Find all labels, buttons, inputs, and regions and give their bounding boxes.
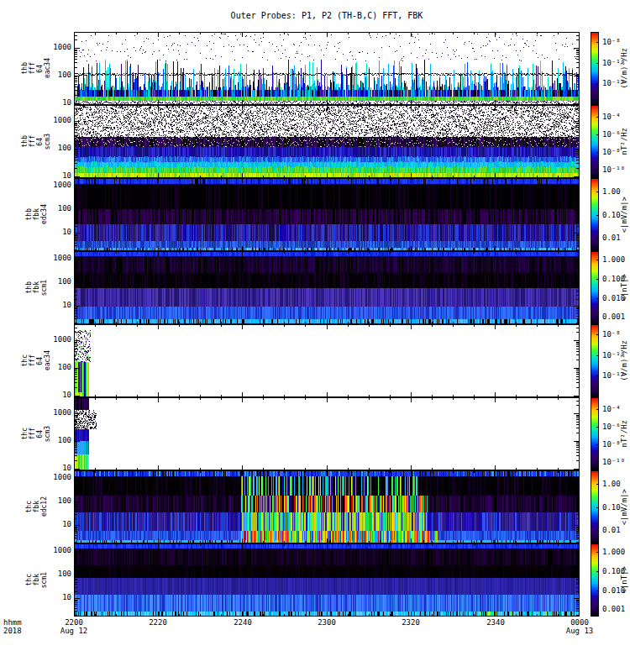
chart-title: Outer Probes: P1, P2 (TH-B,C) FFT, FBK xyxy=(74,11,580,20)
y-tick-label: 10 xyxy=(45,228,71,236)
y-tick-label: 1000 xyxy=(45,547,71,554)
panel-thc-fbk-scm1: thc fbk scm1 1000 100 10 1.000 0.100 0.0… xyxy=(0,543,630,617)
y-axis-label-line: fff xyxy=(29,135,36,147)
y-tick-label: 1000 xyxy=(45,409,71,417)
y-axis-label-line: thb xyxy=(21,135,29,147)
y-axis-label: thc fbk scm1 xyxy=(18,543,54,617)
panel-thc-fbk-edc12: thc fbk edc12 1000 100 10 1.00 0.10 0.01… xyxy=(0,470,630,543)
spectrogram-figure: Outer Probes: P1, P2 (TH-B,C) FFT, FBK t… xyxy=(0,0,630,672)
colorbar xyxy=(591,324,599,397)
spectrogram-canvas xyxy=(74,105,580,178)
end-date-label: Aug 13 xyxy=(554,627,605,635)
y-axis-label-line: 64 xyxy=(36,65,44,73)
y-tick-label: 100 xyxy=(45,71,71,79)
colorbar xyxy=(591,470,599,543)
spectrogram-canvas xyxy=(74,251,580,324)
y-tick-label: 1000 xyxy=(45,181,71,189)
y-tick-label: 100 xyxy=(45,205,71,213)
y-tick-label: 100 xyxy=(45,364,71,371)
panel-thc-fff-64-eac34: thc fff 64 eac34 1000 100 10 10⁻⁸ 10⁻¹⁰ … xyxy=(0,324,630,397)
colorbar xyxy=(591,397,599,470)
x-tick-label: 2220 xyxy=(133,619,183,627)
y-axis-label-line: thb xyxy=(25,281,33,293)
colorbar xyxy=(591,251,599,324)
y-axis-label-line: thb xyxy=(25,208,33,220)
time-format-label: hhmm xyxy=(3,619,45,627)
x-tick-label: 2320 xyxy=(386,619,436,627)
spectrogram-canvas xyxy=(74,32,580,105)
y-axis-label-line: fbk xyxy=(33,281,40,293)
y-axis-label-line: thb xyxy=(21,62,29,74)
y-axis-label-line: fbk xyxy=(33,208,40,220)
y-tick-label: 1000 xyxy=(45,44,71,51)
y-tick-label: 10 xyxy=(45,302,71,309)
colorbar-unit-label: <|mV/m|> xyxy=(618,470,630,543)
y-axis-label-line: fff xyxy=(29,62,36,74)
colorbar-unit-text: (V/m)²/Hz xyxy=(621,340,628,381)
panel-thb-fff-64-scm3: thb fff 64 scm3 1000 100 10 10⁻⁴ 10⁻⁶ 10… xyxy=(0,105,630,178)
colorbar-unit-text: <|mV/m|> xyxy=(621,489,628,525)
y-tick-label: 1000 xyxy=(45,474,71,481)
y-axis-label: thc fbk edc12 xyxy=(18,470,54,543)
panel-thb-fbk-scm1: thb fbk scm1 1000 100 10 1.000 0.100 0.0… xyxy=(0,251,630,324)
x-tick-label: 2240 xyxy=(218,619,268,627)
spectrogram-canvas xyxy=(74,178,580,251)
y-axis-label-line: 64 xyxy=(36,138,44,146)
y-axis-label-line: fff xyxy=(29,428,36,439)
colorbar-unit-label: <|nT|> xyxy=(618,251,630,324)
spectrogram-canvas xyxy=(74,324,580,397)
panel-thb-fff-64-eac34: thb fff 64 eac34 1000 100 10 10⁻⁸ 10⁻¹⁰ … xyxy=(0,32,630,105)
y-axis-label-line: thc xyxy=(21,354,29,366)
y-tick-label: 1000 xyxy=(45,117,71,124)
spectrogram-canvas xyxy=(74,397,580,470)
x-tick-label: 2340 xyxy=(470,619,521,627)
colorbar-unit-text: (V/m)²/Hz xyxy=(621,48,628,89)
y-tick-label: 10 xyxy=(45,594,71,601)
colorbar-unit-label: <|mV/m|> xyxy=(618,178,630,251)
colorbar-unit-text: nT²/Hz xyxy=(621,420,628,448)
y-axis-label-line: fff xyxy=(29,354,36,366)
colorbar-unit-text: <|mV/m|> xyxy=(621,197,628,233)
y-tick-label: 1000 xyxy=(45,336,71,344)
colorbar-unit-text: <|nT|> xyxy=(621,274,628,302)
y-axis-label-line: thc xyxy=(21,428,29,439)
spectrogram-canvas xyxy=(74,543,580,617)
y-axis-label-line: 64 xyxy=(36,357,44,365)
y-tick-label: 100 xyxy=(45,144,71,152)
x-tick-label: 2300 xyxy=(302,619,352,627)
panel-thc-fff-64-scm3: thc fff 64 scm3 1000 100 10 10⁻⁴ 10⁻⁶ 10… xyxy=(0,397,630,470)
y-tick-label: 100 xyxy=(45,497,71,505)
colorbar xyxy=(591,32,599,105)
colorbar xyxy=(591,543,599,617)
y-axis-label-line: thc xyxy=(25,501,33,512)
panel-thb-fbk-edc34: thb fbk edc34 1000 100 10 1.00 0.10 0.01… xyxy=(0,178,630,251)
y-tick-label: 100 xyxy=(45,437,71,444)
y-axis-label-line: 64 xyxy=(36,430,44,438)
y-axis-label-line: fbk xyxy=(33,574,40,585)
y-axis-label: thb fbk scm1 xyxy=(18,251,54,324)
colorbar-unit-label: nT²/Hz xyxy=(618,397,630,470)
y-tick-label: 10 xyxy=(45,521,71,528)
y-tick-label: 100 xyxy=(45,570,71,578)
start-date-label: Aug 12 xyxy=(49,627,99,635)
x-tick-label: 0000 xyxy=(554,619,605,627)
y-tick-label: 100 xyxy=(45,278,71,286)
colorbar-unit-text: nT²/Hz xyxy=(621,128,628,155)
y-axis-label: thb fbk edc34 xyxy=(18,178,54,251)
colorbar-unit-label: <|nT|> xyxy=(618,543,630,617)
y-tick-label: 1000 xyxy=(45,255,71,262)
colorbar xyxy=(591,178,599,251)
colorbar-unit-label: nT²/Hz xyxy=(618,105,630,178)
year-label: 2018 xyxy=(3,627,45,635)
y-axis-label-line: thc xyxy=(25,574,33,585)
colorbar xyxy=(591,105,599,178)
y-axis-label-line: fbk xyxy=(33,501,40,512)
spectrogram-canvas xyxy=(74,470,580,543)
colorbar-unit-label: (V/m)²/Hz xyxy=(618,32,630,105)
colorbar-unit-text: <|nT|> xyxy=(621,566,628,594)
x-tick-label: 2200 xyxy=(49,619,99,627)
colorbar-unit-label: (V/m)²/Hz xyxy=(618,324,630,397)
